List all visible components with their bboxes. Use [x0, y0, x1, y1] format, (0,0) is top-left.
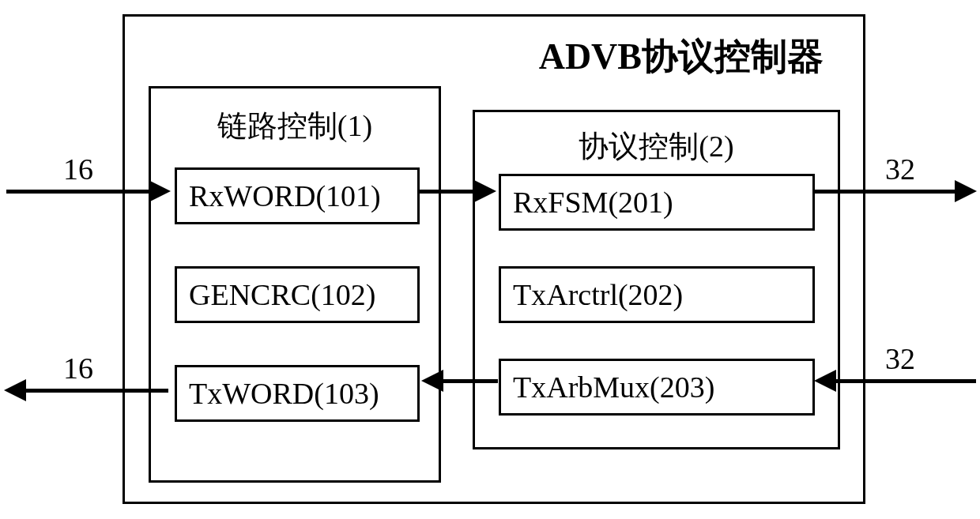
rxword-module: RxWORD(101)	[175, 167, 420, 224]
bus-width-in-left-top: 16	[63, 152, 93, 186]
rxfsm-module: RxFSM(201)	[499, 174, 815, 231]
advb-controller-container: ADVB协议控制器 链路控制(1) RxWORD(101) GENCRC(102…	[122, 14, 865, 504]
link-control-block: 链路控制(1) RxWORD(101) GENCRC(102) TxWORD(1…	[149, 86, 441, 483]
gencrc-module: GENCRC(102)	[175, 266, 420, 323]
txarbmux-module: TxArbMux(203)	[499, 359, 815, 416]
protocol-control-title: 协议控制(2)	[475, 126, 838, 167]
txarctrl-module: TxArctrl(202)	[499, 266, 815, 323]
main-title: ADVB协议控制器	[539, 32, 824, 81]
link-control-title: 链路控制(1)	[151, 106, 439, 146]
bus-width-in-right-bottom: 32	[885, 341, 915, 376]
bus-width-out-right-top: 32	[885, 152, 915, 186]
bus-width-out-left-bottom: 16	[63, 351, 93, 385]
protocol-control-block: 协议控制(2) RxFSM(201) TxArctrl(202) TxArbMu…	[473, 110, 840, 449]
txword-module: TxWORD(103)	[175, 365, 420, 422]
